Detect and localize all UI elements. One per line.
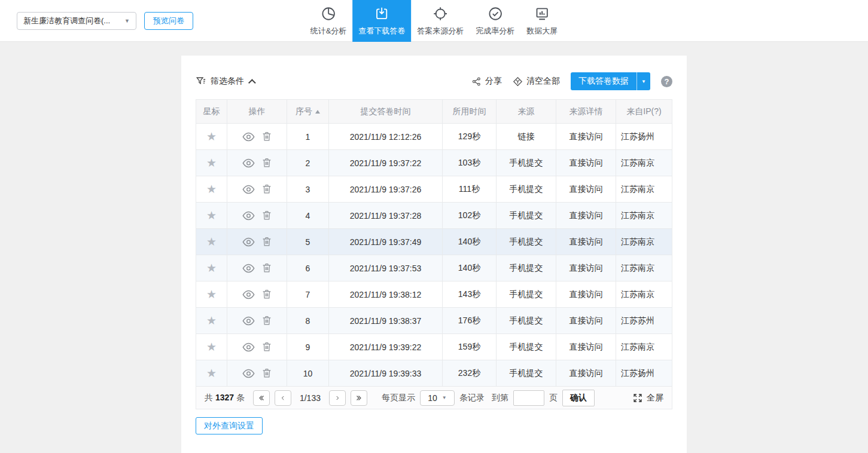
- table-row: ★ 4 2021/11/9 19:37:28 102秒 手机提交 直接访问 江苏…: [196, 203, 672, 229]
- tab-data-dashboard[interactable]: 数据大屏: [520, 0, 564, 42]
- cell-index: 6: [287, 255, 329, 281]
- total-count: 共 1327 条: [205, 393, 245, 403]
- cell-ip: 江苏扬州: [616, 124, 672, 150]
- delete-icon[interactable]: [262, 184, 272, 194]
- download-answers-button[interactable]: 下载答卷数据: [571, 72, 636, 90]
- cell-source: 手机提交: [497, 255, 556, 281]
- nav-tabs: 统计&分析 查看下载答卷 答案来源分析: [304, 0, 564, 42]
- cell-ip: 江苏南京: [616, 176, 672, 203]
- tab-stats-analysis[interactable]: 统计&分析: [304, 0, 353, 42]
- cell-duration: 140秒: [443, 229, 497, 255]
- cell-duration: 143秒: [443, 281, 497, 308]
- cell-source: 链接: [497, 124, 556, 150]
- table-row: ★ 6 2021/11/9 19:37:53 140秒 手机提交 直接访问 江苏…: [196, 255, 672, 281]
- help-icon[interactable]: ?: [661, 76, 672, 87]
- share-label: 分享: [485, 76, 502, 87]
- answers-table: 星标 操作 序号 提交答卷时间 所用时间 来源 来源详情 来自IP(?) ★: [196, 99, 672, 387]
- view-answer-icon[interactable]: [242, 237, 255, 247]
- cell-ip: 江苏扬州: [616, 360, 672, 387]
- chevron-down-icon: ▼: [124, 18, 130, 24]
- filter-icon: [196, 76, 206, 87]
- confirm-button[interactable]: 确认: [562, 390, 595, 406]
- delete-icon[interactable]: [262, 237, 272, 247]
- star-icon[interactable]: ★: [206, 288, 217, 301]
- survey-select-value: 新生廉洁教育调查问卷(...: [23, 16, 110, 26]
- delete-icon[interactable]: [262, 316, 272, 326]
- delete-icon[interactable]: [262, 289, 272, 299]
- cell-source-detail: 直接访问: [556, 255, 616, 281]
- cell-source: 手机提交: [497, 360, 556, 387]
- first-page-button[interactable]: [253, 390, 270, 406]
- delete-icon[interactable]: [262, 368, 272, 378]
- table-header-row: 星标 操作 序号 提交答卷时间 所用时间 来源 来源详情 来自IP(?): [196, 100, 672, 124]
- fullscreen-icon: [633, 393, 642, 403]
- download-options-caret[interactable]: ▼: [636, 72, 650, 90]
- table-row: ★ 1 2021/11/9 12:12:26 129秒 链接 直接访问 江苏扬州: [196, 124, 672, 150]
- cell-index: 3: [287, 176, 329, 203]
- delete-icon[interactable]: [262, 210, 272, 221]
- cell-submit-time: 2021/11/9 12:12:26: [329, 124, 443, 150]
- star-icon[interactable]: ★: [206, 262, 217, 274]
- header-index-sort[interactable]: 序号: [287, 100, 329, 124]
- per-page-value: 10: [428, 393, 437, 403]
- delete-icon[interactable]: [262, 158, 272, 168]
- delete-icon[interactable]: [262, 131, 272, 142]
- cell-duration: 129秒: [443, 124, 497, 150]
- star-icon[interactable]: ★: [206, 314, 217, 327]
- cell-submit-time: 2021/11/9 19:37:28: [329, 203, 443, 229]
- view-answer-icon[interactable]: [242, 264, 255, 273]
- view-answer-icon[interactable]: [242, 185, 255, 194]
- prev-page-button[interactable]: [275, 390, 291, 406]
- star-icon[interactable]: ★: [206, 157, 217, 169]
- header-source-detail: 来源详情: [556, 100, 616, 124]
- view-answer-icon[interactable]: [242, 290, 255, 299]
- cell-index: 7: [287, 281, 329, 308]
- star-icon[interactable]: ★: [206, 235, 217, 248]
- share-icon: [471, 76, 482, 87]
- per-page-select[interactable]: 10 ▼: [420, 390, 455, 406]
- fullscreen-button[interactable]: 全屏: [633, 393, 663, 403]
- star-icon[interactable]: ★: [206, 209, 217, 222]
- preview-survey-button[interactable]: 预览问卷: [144, 12, 193, 30]
- cell-source: 手机提交: [497, 334, 556, 360]
- cell-index: 5: [287, 229, 329, 255]
- table-row: ★ 5 2021/11/9 19:37:49 140秒 手机提交 直接访问 江苏…: [196, 229, 672, 255]
- view-answer-icon[interactable]: [242, 132, 255, 142]
- cell-submit-time: 2021/11/9 19:37:26: [329, 176, 443, 203]
- tab-completion-rate-analysis[interactable]: 完成率分析: [470, 0, 520, 42]
- cell-ip: 江苏苏州: [616, 308, 672, 334]
- star-icon[interactable]: ★: [206, 367, 217, 379]
- star-icon[interactable]: ★: [206, 183, 217, 195]
- next-page-button[interactable]: [329, 390, 346, 406]
- cell-submit-time: 2021/11/9 19:38:37: [329, 308, 443, 334]
- header-duration: 所用时间: [443, 100, 497, 124]
- view-answer-icon[interactable]: [242, 316, 255, 326]
- star-icon[interactable]: ★: [206, 130, 217, 143]
- filter-label: 筛选条件: [211, 76, 244, 87]
- view-answer-icon[interactable]: [242, 369, 255, 378]
- view-answer-icon[interactable]: [242, 158, 255, 168]
- survey-select[interactable]: 新生廉洁教育调查问卷(... ▼: [17, 12, 136, 30]
- cell-submit-time: 2021/11/9 19:37:22: [329, 150, 443, 176]
- delete-icon[interactable]: [262, 263, 272, 273]
- tab-answer-source-analysis[interactable]: 答案来源分析: [411, 0, 470, 42]
- cell-ip: 江苏南京: [616, 281, 672, 308]
- view-answer-icon[interactable]: [242, 211, 255, 221]
- clear-all-button[interactable]: 清空全部: [513, 76, 560, 87]
- last-page-button[interactable]: [351, 390, 367, 406]
- cell-ip: 江苏南京: [616, 203, 672, 229]
- goto-page-input[interactable]: [513, 390, 544, 406]
- delete-icon[interactable]: [262, 342, 272, 352]
- share-button[interactable]: 分享: [471, 76, 502, 87]
- cell-source-detail: 直接访问: [556, 150, 616, 176]
- cell-source-detail: 直接访问: [556, 281, 616, 308]
- external-query-settings-button[interactable]: 对外查询设置: [196, 417, 263, 434]
- table-row: ★ 2 2021/11/9 19:37:22 103秒 手机提交 直接访问 江苏…: [196, 150, 672, 176]
- view-answer-icon[interactable]: [242, 342, 255, 352]
- star-icon[interactable]: ★: [206, 341, 217, 353]
- cell-source-detail: 直接访问: [556, 229, 616, 255]
- filter-conditions-toggle[interactable]: 筛选条件: [196, 76, 256, 87]
- tab-label: 答案来源分析: [417, 26, 464, 36]
- cell-source-detail: 直接访问: [556, 360, 616, 387]
- tab-view-download-answers[interactable]: 查看下载答卷: [352, 0, 411, 42]
